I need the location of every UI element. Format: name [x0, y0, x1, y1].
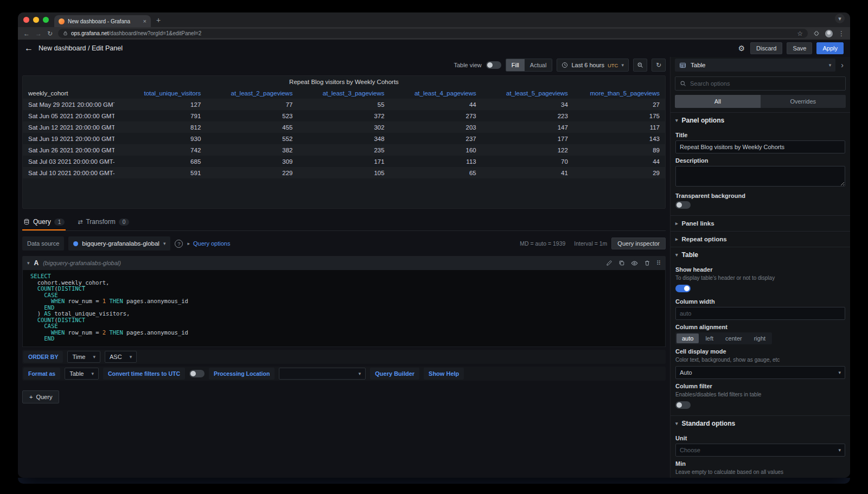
query-inspector-button[interactable]: Query inspector [611, 238, 666, 249]
cell-display-mode-select[interactable]: Auto ▾ [675, 366, 845, 379]
tab-all[interactable]: All [675, 95, 761, 108]
datasource-logo-icon [73, 241, 78, 246]
tab-query[interactable]: Query 1 [22, 214, 66, 230]
forward-icon[interactable]: → [35, 30, 42, 37]
browser-menu-kebab-icon[interactable]: ⋮ [838, 30, 845, 37]
show-header-desc: To display table's header or not to disp… [675, 275, 845, 282]
chevron-down-icon[interactable]: ▾ [27, 260, 30, 266]
new-tab-button[interactable]: + [156, 16, 161, 24]
table-row[interactable]: Sat Jul 10 2021 20:00:00 GMT-0400 (Ea...… [23, 167, 665, 178]
actual-option[interactable]: Actual [525, 59, 552, 71]
column-header[interactable]: total_unique_visitors [114, 90, 206, 97]
cell-value: 147 [482, 124, 573, 131]
hide-query-eye-icon[interactable] [631, 260, 638, 267]
alignment-auto[interactable]: auto [676, 333, 699, 343]
options-scroll-area[interactable]: ▾ Panel options Title Description Transp… [671, 112, 850, 478]
drag-grip-icon[interactable]: ⠿ [656, 260, 661, 267]
chevron-down-icon: ▾ [675, 421, 678, 426]
address-bar[interactable]: ops.grafana.net/dashboard/new?orgId=1&ed… [58, 29, 808, 38]
order-by-field-select[interactable]: Time ▾ [67, 351, 100, 363]
table-row[interactable]: Sat Jun 19 2021 20:00:00 GMT-0400 (E...9… [23, 133, 665, 144]
zoom-out-time-button[interactable] [633, 59, 647, 72]
search-input[interactable] [690, 80, 841, 87]
table-row[interactable]: Sat Jun 05 2021 20:00:00 GMT-0400 (E...7… [23, 110, 665, 121]
table-row[interactable]: Sat Jun 12 2021 20:00:00 GMT-0400 (E...8… [23, 121, 665, 133]
description-input[interactable] [675, 166, 845, 187]
table-row[interactable]: Sat Jul 03 2021 20:00:00 GMT-0400 (Ea...… [23, 156, 665, 167]
fill-option[interactable]: Fill [506, 59, 525, 71]
tab-overrides[interactable]: Overrides [761, 95, 846, 108]
tab-transform-label: Transform [86, 218, 115, 226]
convert-utc-toggle[interactable] [189, 370, 205, 377]
discard-button[interactable]: Discard [750, 42, 782, 54]
column-header[interactable]: weekly_cohort [23, 90, 114, 97]
title-input[interactable] [675, 140, 845, 153]
apply-button[interactable]: Apply [816, 42, 844, 54]
panel-links-section[interactable]: ▸ Panel links [671, 215, 850, 231]
format-as-select[interactable]: Table ▾ [65, 368, 99, 380]
tab-close-icon[interactable]: × [143, 18, 146, 24]
table-row[interactable]: Sat May 29 2021 20:00:00 GMT-0400 (E...1… [23, 99, 665, 110]
column-width-input[interactable] [675, 307, 845, 320]
column-header[interactable]: at_least_3_pageviews [298, 90, 390, 97]
collapse-sidebar-icon[interactable]: › [839, 61, 846, 69]
alignment-center[interactable]: center [720, 333, 748, 343]
extensions-puzzle-icon[interactable] [813, 30, 820, 37]
panel-options-header[interactable]: ▾ Panel options [671, 112, 850, 128]
back-arrow-icon[interactable]: ← [24, 43, 33, 53]
sql-editor[interactable]: SELECT cohort.weekly_cohort, COUNT(DISTI… [22, 270, 666, 347]
back-icon[interactable]: ← [23, 30, 30, 37]
duplicate-icon[interactable] [618, 260, 625, 266]
column-header[interactable]: at_least_4_pageviews [390, 90, 482, 97]
show-help-link[interactable]: Show Help [424, 368, 464, 380]
table-view-toggle[interactable] [486, 61, 501, 69]
close-window-button[interactable] [23, 17, 29, 23]
browser-tab[interactable]: New dashboard - Grafana × [54, 15, 151, 27]
column-filter-toggle[interactable] [675, 401, 691, 409]
zoom-window-button[interactable] [43, 17, 49, 23]
refresh-button[interactable]: ↻ [652, 59, 666, 72]
cell-value: 591 [114, 170, 206, 176]
reload-icon[interactable]: ↻ [47, 30, 53, 37]
edit-pencil-icon[interactable] [606, 260, 612, 266]
unit-select[interactable]: Choose ▾ [675, 444, 845, 457]
cell-value: 127 [114, 101, 206, 108]
table-options-header[interactable]: ▾ Table [671, 247, 850, 262]
show-header-toggle[interactable] [675, 285, 691, 292]
alignment-left[interactable]: left [700, 333, 719, 343]
query-options-toggle[interactable]: ▸ Query options [187, 240, 230, 247]
standard-options-header[interactable]: ▾ Standard options [671, 415, 850, 431]
tab-transform[interactable]: ⇄ Transform 0 [76, 214, 130, 230]
column-header[interactable]: at_least_2_pageviews [206, 90, 298, 97]
profile-avatar[interactable] [825, 30, 833, 37]
add-query-button[interactable]: + Query [22, 390, 59, 403]
tab-strip-menu-icon[interactable]: ▾ [835, 14, 845, 23]
cell-value: 117 [573, 124, 665, 131]
help-icon[interactable]: ? [175, 240, 183, 248]
save-button[interactable]: Save [787, 42, 812, 54]
transparent-background-toggle[interactable] [675, 201, 691, 209]
repeat-options-section[interactable]: ▸ Repeat options [671, 231, 850, 247]
panel-settings-gear-icon[interactable]: ⚙ [738, 44, 745, 53]
url-domain: ops.grafana.net [71, 30, 109, 36]
alignment-right[interactable]: right [749, 333, 771, 343]
time-range-picker[interactable]: Last 6 hours UTC ▾ [557, 59, 629, 72]
cell-value: 348 [298, 136, 390, 142]
query-row-header[interactable]: ▾ A (bigquery-grafanalabs-global) [22, 256, 666, 270]
table-row[interactable]: Sat Jun 26 2021 20:00:00 GMT-0400 (E...7… [23, 144, 665, 156]
datasource-select[interactable]: bigquery-grafanalabs-global ▾ [68, 236, 170, 251]
processing-location-select[interactable]: ▾ [279, 368, 366, 380]
bookmark-star-icon[interactable]: ☆ [797, 30, 803, 37]
format-as-label: Format as [23, 368, 60, 380]
minimize-window-button[interactable] [33, 17, 39, 23]
delete-trash-icon[interactable] [644, 260, 650, 266]
column-header[interactable]: at_least_5_pageviews [482, 90, 573, 97]
visualization-select[interactable]: Table ▾ [675, 59, 835, 72]
order-direction-select[interactable]: ASC ▾ [105, 351, 137, 363]
cell-value: 160 [390, 147, 482, 153]
cell-cohort: Sat Jul 03 2021 20:00:00 GMT-0400 (Ea... [23, 158, 114, 165]
query-builder-link[interactable]: Query Builder [370, 368, 419, 380]
clock-icon [561, 62, 568, 68]
options-search[interactable] [675, 76, 846, 91]
column-header[interactable]: more_than_5_pageviews [573, 90, 665, 97]
